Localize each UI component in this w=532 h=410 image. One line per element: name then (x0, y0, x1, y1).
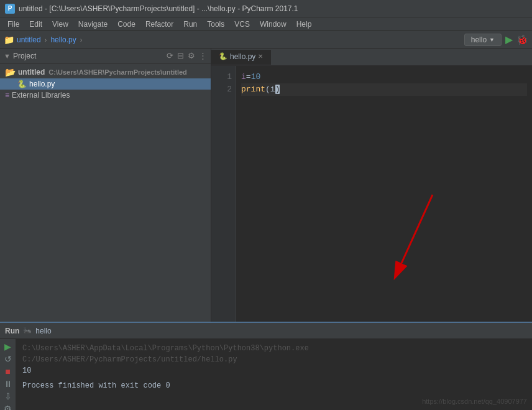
editor-tab-hello[interactable]: 🐍 hello.py ✕ (211, 50, 271, 65)
run-pause-button[interactable]: ⏸ (2, 379, 14, 389)
code-line-1[interactable]: i=10 (241, 71, 527, 83)
tree-file-hello[interactable]: 🐍 hello.py (0, 78, 211, 90)
output-cmd-line: C:\Users\ASHER\AppData\Local\Programs\Py… (22, 343, 526, 365)
sidebar-header-label: Project (13, 52, 36, 60)
sidebar: ▼ Project ⟳ ⊟ ⚙ ⋮ 📂 untitled C:\Users\AS… (0, 49, 211, 322)
gear-icon[interactable]: ⋮ (199, 51, 207, 60)
python-file-icon: 🐍 (17, 80, 27, 88)
run-panel: Run 🐜 hello ▶ ↺ ■ ⏸ ⇩ ⚙ ↑ ↓ C:\Users\ASH… (0, 322, 532, 410)
menu-edit[interactable]: Edit (24, 19, 47, 30)
line-num-1: 1 (211, 71, 232, 83)
run-config-button[interactable]: hello ▼ (464, 34, 502, 46)
menu-window[interactable]: Window (255, 19, 291, 30)
cmd-text: C:\Users\ASHER\AppData\Local\Programs\Py… (22, 344, 309, 364)
chevron-down-icon: ▼ (489, 37, 495, 43)
sync-icon[interactable]: ⟳ (167, 51, 173, 60)
code-lines[interactable]: i=10 print(i) (236, 66, 532, 322)
menu-navigate[interactable]: Navigate (73, 19, 112, 30)
triangle-icon: ▼ (4, 52, 11, 60)
code-line-2[interactable]: print(i) (241, 83, 527, 96)
exit-text: Process finished with exit code 0 (22, 381, 170, 390)
ext-libs-icon: ≡ (5, 91, 9, 100)
menu-refactor[interactable]: Refactor (140, 19, 178, 30)
menu-help[interactable]: Help (291, 19, 317, 30)
code-editor[interactable]: 1 2 i=10 print(i) (211, 66, 532, 322)
line-num-2: 2 (211, 83, 232, 96)
tree-external-libraries[interactable]: ≡ External Libraries (0, 90, 211, 101)
paren-open: ( (265, 85, 270, 94)
menubar: File Edit View Navigate Code Refactor Ru… (0, 17, 532, 31)
sidebar-header: ▼ Project ⟳ ⊟ ⚙ ⋮ (0, 49, 211, 63)
run-panel-sidebar-toolbar: ▶ ↺ ■ ⏸ ⇩ ⚙ ↑ ↓ (0, 339, 16, 410)
titlebar: P untitled - [C:\Users\ASHER\PycharmProj… (0, 0, 532, 17)
menu-code[interactable]: Code (112, 19, 140, 30)
tree-file-name: hello.py (29, 80, 55, 88)
settings-icon[interactable]: ⚙ (188, 51, 195, 60)
num-10: 10 (251, 72, 261, 82)
run-panel-header: Run 🐜 hello (0, 323, 532, 339)
root-folder-name: untitled (18, 68, 45, 77)
run-panel-body: ▶ ↺ ■ ⏸ ⇩ ⚙ ↑ ↓ C:\Users\ASHER\AppData\L… (0, 339, 532, 410)
tree-root-folder[interactable]: 📂 untitled C:\Users\ASHER\PycharmProject… (0, 66, 211, 78)
line-numbers: 1 2 (211, 66, 236, 322)
result-text: 10 (22, 366, 31, 375)
run-play-button[interactable]: ▶ (2, 342, 14, 352)
folder-icon: 📁 (4, 35, 14, 45)
window-title: untitled - [C:\Users\ASHER\PycharmProjec… (19, 4, 298, 13)
var-i: i (241, 72, 246, 82)
breadcrumb-file[interactable]: hello.py (50, 35, 76, 44)
menu-run[interactable]: Run (178, 19, 202, 30)
tab-file-icon: 🐍 (219, 52, 227, 60)
ant-icon: 🐜 (23, 327, 32, 335)
debug-button[interactable]: 🐞 (516, 34, 528, 45)
root-folder-path: C:\Users\ASHER\PycharmProjects\untitled (48, 68, 187, 76)
arg-i: i (270, 85, 275, 94)
run-button[interactable]: ▶ (505, 34, 513, 45)
main-layout: ▼ Project ⟳ ⊟ ⚙ ⋮ 📂 untitled C:\Users\AS… (0, 49, 532, 322)
run-rerun-button[interactable]: ↺ (2, 354, 14, 364)
tab-label: hello.py (230, 52, 255, 61)
run-panel-title: Run (5, 327, 19, 335)
menu-tools[interactable]: Tools (202, 19, 229, 30)
breadcrumb-project[interactable]: untitled (17, 35, 41, 44)
editor-area: 🐍 hello.py ✕ 1 2 i=10 print(i) (211, 49, 532, 322)
menu-vcs[interactable]: VCS (229, 19, 255, 30)
project-tree: 📂 untitled C:\Users\ASHER\PycharmProject… (0, 63, 211, 322)
cursor: ) (275, 85, 280, 94)
fn-print: print (241, 85, 265, 94)
tab-close-icon[interactable]: ✕ (258, 53, 263, 60)
eq-sign: = (246, 72, 251, 82)
run-stop-button[interactable]: ■ (2, 366, 14, 376)
root-folder-icon: 📂 (5, 67, 16, 77)
output-result-line: 10 (22, 365, 526, 376)
project-toolbar: 📁 untitled › hello.py › hello ▼ ▶ 🐞 (0, 31, 532, 49)
breadcrumb-arrow: › (80, 36, 83, 44)
app-icon: P (5, 4, 15, 14)
menu-view[interactable]: View (47, 19, 73, 30)
run-scroll-button[interactable]: ⇩ (2, 391, 14, 401)
run-output: C:\Users\ASHER\AppData\Local\Programs\Py… (16, 339, 532, 410)
run-settings-button[interactable]: ⚙ (2, 404, 14, 410)
run-panel-config-name: hello (35, 327, 51, 335)
editor-tabs: 🐍 hello.py ✕ (211, 49, 532, 66)
run-config-label: hello (471, 35, 487, 44)
menu-file[interactable]: File (2, 19, 24, 30)
collapse-icon[interactable]: ⊟ (177, 51, 184, 60)
output-exit-line: Process finished with exit code 0 (22, 380, 526, 391)
ext-libs-label: External Libraries (12, 91, 70, 100)
breadcrumb-sep-1: › (45, 36, 47, 44)
